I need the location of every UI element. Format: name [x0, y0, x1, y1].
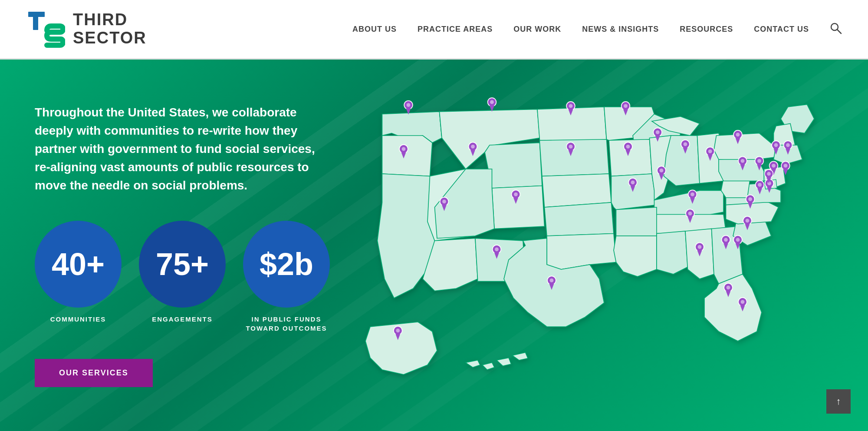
- svg-point-99: [631, 180, 635, 184]
- back-to-top-button[interactable]: ↑: [826, 389, 851, 414]
- logo-line2: SECTOR: [73, 29, 147, 47]
- stat-funds: $2b IN PUBLIC FUNDSTOWARD OUTCOMES: [243, 221, 330, 333]
- hero-section: Throughout the United States, we collabo…: [0, 60, 868, 431]
- svg-point-127: [396, 328, 400, 332]
- svg-point-101: [688, 211, 692, 215]
- svg-point-65: [471, 144, 475, 148]
- svg-marker-43: [714, 133, 776, 159]
- svg-point-61: [624, 104, 628, 108]
- svg-point-67: [569, 144, 573, 148]
- hero-content: Throughout the United States, we collabo…: [35, 103, 339, 387]
- svg-point-73: [736, 133, 740, 136]
- svg-marker-33: [614, 236, 657, 277]
- svg-point-85: [708, 149, 712, 153]
- svg-point-71: [684, 142, 687, 146]
- search-icon[interactable]: [830, 22, 842, 36]
- svg-point-77: [786, 143, 790, 147]
- stat-label-engagements: ENGAGEMENTS: [152, 315, 213, 324]
- stat-number-communities: 40+: [52, 249, 105, 280]
- us-map: [356, 89, 833, 402]
- svg-point-117: [727, 285, 730, 289]
- svg-marker-53: [513, 352, 528, 360]
- svg-point-121: [660, 168, 664, 172]
- main-nav: ABOUT US PRACTICE AREAS OUR WORK NEWS & …: [352, 22, 842, 36]
- svg-marker-37: [704, 274, 762, 341]
- stat-label-funds: IN PUBLIC FUNDSTOWARD OUTCOMES: [246, 315, 327, 333]
- svg-marker-5: [382, 136, 433, 176]
- svg-point-115: [698, 245, 702, 249]
- svg-point-103: [748, 197, 752, 201]
- svg-point-83: [626, 144, 630, 148]
- svg-point-89: [757, 159, 761, 162]
- nav-work[interactable]: OUR WORK: [513, 25, 561, 34]
- site-header: THIRD SECTOR ABOUT US PRACTICE AREAS OUR…: [0, 0, 868, 60]
- nav-about[interactable]: ABOUT US: [352, 25, 397, 34]
- svg-point-97: [550, 278, 554, 282]
- svg-marker-34: [657, 231, 688, 274]
- nav-news[interactable]: NEWS & INSIGHTS: [582, 25, 659, 34]
- svg-point-79: [442, 199, 446, 203]
- svg-point-75: [774, 143, 778, 147]
- logo-line1: THIRD: [73, 11, 147, 29]
- svg-point-123: [690, 192, 694, 196]
- svg-line-3: [837, 30, 841, 33]
- svg-point-95: [495, 247, 499, 251]
- svg-marker-51: [483, 362, 495, 370]
- nav-resources[interactable]: RESOURCES: [680, 25, 733, 34]
- stat-circle-funds: $2b: [243, 221, 330, 308]
- svg-marker-32: [616, 207, 657, 236]
- nav-practice[interactable]: PRACTICE AREAS: [418, 25, 493, 34]
- svg-point-113: [736, 238, 740, 242]
- stat-label-communities: COMMUNITIES: [50, 315, 106, 324]
- svg-marker-50: [466, 360, 480, 368]
- arrow-up-icon: ↑: [836, 396, 841, 407]
- svg-point-125: [767, 172, 771, 176]
- svg-marker-19: [547, 233, 616, 269]
- logo-text: THIRD SECTOR: [73, 11, 147, 47]
- stat-circle-communities: 40+: [35, 221, 122, 308]
- us-map-svg: [356, 89, 833, 402]
- logo[interactable]: THIRD SECTOR: [26, 10, 147, 49]
- nav-contact[interactable]: CONTACT US: [754, 25, 809, 34]
- svg-point-93: [784, 163, 788, 167]
- stat-communities: 40+ COMMUNITIES: [35, 221, 122, 324]
- svg-point-63: [402, 147, 406, 151]
- hero-map-area: [356, 89, 833, 402]
- svg-point-87: [741, 159, 745, 162]
- svg-rect-1: [33, 12, 38, 30]
- svg-marker-52: [497, 358, 511, 366]
- svg-point-57: [490, 100, 494, 104]
- logo-icon: [26, 10, 65, 49]
- stat-engagements: 75+ ENGAGEMENTS: [139, 221, 226, 324]
- stat-number-engagements: 75+: [156, 249, 209, 280]
- services-button[interactable]: OUR SERVICES: [35, 359, 153, 387]
- stats-row: 40+ COMMUNITIES 75+ ENGAGEMENTS $2b IN P…: [35, 221, 339, 333]
- hero-tagline: Throughout the United States, we collabo…: [35, 103, 321, 195]
- svg-point-105: [758, 182, 762, 186]
- svg-point-91: [772, 163, 776, 167]
- svg-point-119: [741, 300, 745, 304]
- svg-point-111: [724, 238, 728, 242]
- svg-marker-18: [545, 202, 614, 236]
- svg-marker-10: [485, 143, 542, 188]
- svg-marker-17: [542, 174, 612, 207]
- stat-number-funds: $2b: [260, 249, 313, 280]
- svg-point-109: [746, 219, 750, 222]
- svg-point-59: [569, 104, 573, 108]
- svg-point-69: [656, 130, 660, 134]
- stat-circle-engagements: 75+: [139, 221, 226, 308]
- svg-point-81: [514, 192, 518, 196]
- svg-point-55: [407, 103, 411, 107]
